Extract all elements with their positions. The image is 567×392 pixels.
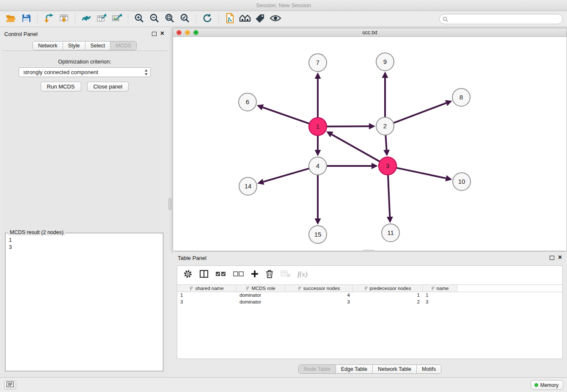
table-cell[interactable]: 3: [177, 299, 237, 306]
unselect-all-columns-button[interactable]: [233, 269, 244, 280]
table-cell[interactable]: dominator: [237, 299, 285, 306]
edge-4-14[interactable]: [263, 168, 309, 182]
svg-text:1: 1: [316, 123, 319, 130]
table-cell[interactable]: 1: [353, 292, 423, 299]
table-row[interactable]: 1dominator411: [177, 292, 562, 299]
column-header-mcds-role[interactable]: MCDS role: [237, 284, 285, 292]
close-table-panel-icon[interactable]: ×: [558, 254, 562, 260]
edge-arrow-1-4: [315, 150, 321, 156]
window-titlebar[interactable]: Session: New Session: [0, 0, 567, 11]
svg-text:10: 10: [458, 178, 465, 185]
zoom-in-button[interactable]: [132, 13, 147, 25]
edge-3-11[interactable]: [388, 175, 390, 217]
save-session-button[interactable]: [19, 13, 34, 25]
tab-style[interactable]: Style: [63, 41, 85, 50]
column-header-shared-name[interactable]: shared name: [177, 284, 237, 292]
memory-button-label: Memory: [540, 382, 559, 388]
node-2[interactable]: 2: [376, 117, 394, 135]
export-network-button[interactable]: [79, 13, 94, 25]
edge-2-8[interactable]: [394, 103, 446, 123]
node-10[interactable]: 10: [453, 173, 471, 190]
column-header-predecessor-nodes[interactable]: predecessor nodes: [353, 284, 423, 292]
mcds-result-list[interactable]: 13: [6, 233, 163, 251]
edge-1-6[interactable]: [263, 108, 309, 124]
table-cell[interactable]: 1: [177, 292, 237, 299]
table-row[interactable]: 3dominator323: [177, 299, 562, 306]
node-14[interactable]: 14: [239, 177, 257, 195]
node-8[interactable]: 8: [452, 88, 470, 106]
close-panel-icon[interactable]: ×: [160, 30, 164, 36]
search-input[interactable]: [450, 15, 560, 23]
column-header-name[interactable]: name: [423, 284, 457, 292]
close-window-icon[interactable]: ×: [176, 30, 182, 35]
show-panels-button[interactable]: [4, 381, 16, 389]
criterion-select[interactable]: strongly connected component: [19, 67, 151, 77]
node-7[interactable]: 7: [309, 54, 327, 72]
table-settings-button[interactable]: [183, 269, 193, 280]
node-3[interactable]: 3: [379, 157, 396, 175]
export-image-button[interactable]: [109, 13, 124, 25]
sort-icon: [298, 287, 302, 290]
maximize-window-icon[interactable]: +: [193, 30, 198, 35]
node-11[interactable]: 11: [382, 224, 399, 242]
float-panel-icon[interactable]: [152, 32, 157, 36]
memory-button[interactable]: Memory: [531, 380, 563, 390]
zoom-out-button[interactable]: [147, 13, 162, 25]
minimize-window-icon[interactable]: −: [185, 30, 190, 35]
show-columns-button[interactable]: [199, 269, 209, 280]
tab-edge-table[interactable]: Edge Table: [336, 365, 372, 373]
network-window-titlebar[interactable]: × − + scc.txt: [173, 28, 567, 37]
table-cell[interactable]: 3: [285, 299, 353, 306]
import-table-button[interactable]: [56, 13, 72, 25]
select-all-columns-button[interactable]: [215, 269, 226, 280]
zoom-out-icon: [149, 13, 160, 25]
zoom-selected-icon: [180, 13, 190, 25]
tab-node-table[interactable]: Node Table: [299, 365, 336, 373]
zoom-fit-button[interactable]: [162, 13, 177, 25]
network-canvas[interactable]: 7968124314101511: [173, 37, 567, 251]
node-4[interactable]: 4: [309, 157, 327, 175]
edge-2-3[interactable]: [385, 135, 386, 150]
node-1[interactable]: 1: [309, 118, 327, 135]
delete-column-button[interactable]: [265, 269, 274, 280]
table-cell[interactable]: 3: [423, 299, 457, 306]
table-cell[interactable]: 2: [353, 299, 423, 306]
tab-select[interactable]: Select: [85, 41, 110, 50]
column-header-successor-nodes[interactable]: successor nodes: [285, 284, 353, 292]
zoom-in-icon: [134, 13, 144, 25]
table-cell[interactable]: dominator: [237, 292, 285, 299]
node-9[interactable]: 9: [376, 53, 394, 71]
apply-layout-button[interactable]: [200, 13, 215, 25]
zoom-selected-button[interactable]: [177, 13, 193, 25]
svg-text:14: 14: [245, 182, 252, 190]
table-cell[interactable]: 4: [285, 292, 353, 299]
vertical-splitter-handle[interactable]: [168, 198, 171, 210]
close-panel-button[interactable]: Close panel: [87, 82, 129, 91]
node-6[interactable]: 6: [239, 93, 256, 111]
edge-1-2[interactable]: [327, 126, 369, 127]
tab-motifs[interactable]: Motifs: [416, 365, 441, 373]
export-image-icon: [111, 13, 122, 25]
show-hide-button[interactable]: [268, 13, 283, 25]
checked-boxes-icon: [215, 271, 226, 279]
open-session-button[interactable]: [3, 13, 19, 25]
export-table-icon: [96, 13, 107, 25]
tab-mcds[interactable]: MCDS: [110, 41, 136, 50]
toolbar-separator: [196, 14, 196, 25]
export-table-button[interactable]: [94, 13, 109, 25]
annotation-button[interactable]: [253, 13, 268, 25]
float-table-panel-icon[interactable]: [550, 256, 554, 260]
create-column-button[interactable]: [251, 269, 259, 280]
run-mcds-button[interactable]: Run MCDS: [41, 82, 81, 91]
tab-network[interactable]: Network: [33, 41, 63, 50]
node-15[interactable]: 15: [309, 226, 327, 243]
edge-3-1[interactable]: [332, 135, 380, 162]
window-title: Session: New Session: [256, 2, 311, 8]
import-network-button[interactable]: [41, 13, 56, 25]
table-cell[interactable]: 1: [423, 292, 457, 299]
memory-status-icon: [534, 383, 538, 387]
new-network-from-selection-button[interactable]: [222, 13, 237, 25]
tab-network-table[interactable]: Network Table: [372, 365, 416, 373]
first-neighbors-button[interactable]: [237, 13, 253, 25]
edge-3-10[interactable]: [396, 168, 446, 178]
